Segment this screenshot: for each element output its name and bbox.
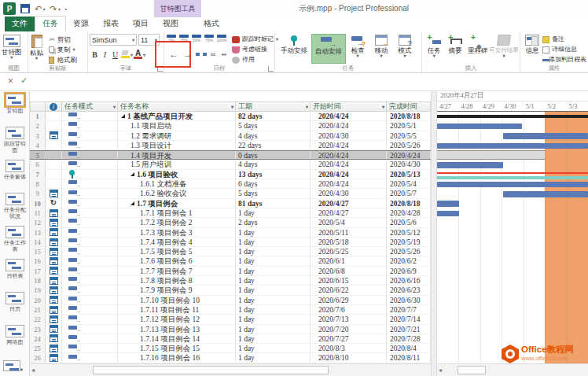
table-row[interactable]: 161.7.6 项目例会 61 day2020/6/12020/6/2: [30, 256, 431, 266]
finish-date-cell[interactable]: 2020/5/1: [387, 121, 431, 130]
start-date-cell[interactable]: 2020/4/24: [311, 170, 387, 179]
duration-cell[interactable]: 1 day: [236, 228, 311, 237]
task-name-cell[interactable]: 1.7.7 项目例会 7: [118, 267, 236, 275]
finish-date-cell[interactable]: 2020/8/4: [387, 344, 431, 352]
task-mode-cell[interactable]: [62, 334, 118, 343]
column-header-task-name[interactable]: 任务名称▾: [118, 101, 236, 112]
indicator-cell[interactable]: [46, 325, 62, 334]
cut-button[interactable]: ✂剪切: [49, 35, 77, 44]
start-date-cell[interactable]: 2020/6/29: [311, 296, 387, 304]
task-name-cell[interactable]: 1.7.15 项目例会 15: [118, 344, 236, 352]
start-date-cell[interactable]: 2020/5/25: [311, 247, 387, 256]
duration-cell[interactable]: 81 days: [236, 199, 311, 208]
start-date-cell[interactable]: 2020/4/27: [311, 199, 387, 208]
row-number[interactable]: 9: [30, 189, 46, 197]
task-name-cell[interactable]: 1.7.13 项目例会 13: [118, 325, 236, 334]
task-name-cell[interactable]: 1.1 项目启动: [118, 121, 236, 130]
cancel-entry-icon[interactable]: ×: [8, 76, 13, 87]
format-painter-button[interactable]: 格式刷: [49, 55, 77, 65]
indicator-cell[interactable]: [46, 151, 62, 159]
ribbon-tab[interactable]: 格式: [197, 17, 226, 31]
row-number[interactable]: 11: [30, 208, 46, 217]
save-icon[interactable]: [20, 4, 30, 13]
row-number[interactable]: 13: [30, 228, 46, 237]
task-name-cell[interactable]: 1.7.3 项目例会 3: [118, 228, 236, 237]
gantt-bar[interactable]: [503, 133, 588, 139]
duration-cell[interactable]: 2 days: [236, 218, 311, 227]
duration-cell[interactable]: 5 days: [236, 189, 311, 197]
font-color-button[interactable]: A: [133, 50, 143, 59]
finish-date-cell[interactable]: 2020/7/28: [387, 334, 431, 343]
row-number[interactable]: 20: [30, 296, 46, 304]
duration-cell[interactable]: 1 day: [236, 344, 311, 352]
insert-summary-button[interactable]: 摘要: [445, 34, 466, 64]
row-number[interactable]: 14: [30, 238, 46, 246]
duration-cell[interactable]: 1 day: [236, 208, 311, 217]
row-number[interactable]: 15: [30, 247, 46, 256]
view-bar-item[interactable]: 网络图: [0, 323, 30, 356]
start-date-cell[interactable]: 2020/5/18: [311, 238, 387, 246]
finish-date-cell[interactable]: 2020/6/16: [387, 276, 431, 285]
view-bar-item[interactable]: 跟踪甘特图: [0, 124, 30, 157]
gantt-bar[interactable]: [437, 182, 588, 188]
task-mode-cell[interactable]: [62, 286, 118, 294]
indicator-cell[interactable]: [46, 315, 62, 323]
indicator-cell[interactable]: [46, 112, 62, 120]
table-row[interactable]: 10↻1.7 项目例会81 days2020/4/272020/8/18: [30, 199, 431, 208]
row-number[interactable]: 7: [30, 170, 46, 179]
table-row[interactable]: 241.7.14 项目例会 141 day2020/7/272020/7/28: [30, 334, 431, 344]
indicator-cell[interactable]: [46, 179, 62, 188]
finish-date-cell[interactable]: 2020/5/5: [387, 131, 431, 140]
task-name-cell[interactable]: 1.7.9 项目例会 9: [118, 286, 236, 294]
percent-complete-button[interactable]: 50%: [191, 35, 202, 42]
duration-cell[interactable]: 1 day: [236, 267, 311, 275]
auto-schedule-button[interactable]: 自动安排: [311, 34, 346, 64]
table-row[interactable]: 71.6 项目验收13 days2020/4/242020/5/13: [30, 170, 431, 179]
start-date-cell[interactable]: 2020/4/24: [311, 112, 387, 120]
row-number[interactable]: 24: [30, 334, 46, 343]
insert-milestone-button[interactable]: 里程碑: [465, 34, 490, 64]
pane-divider[interactable]: [431, 91, 437, 376]
row-number[interactable]: 10: [30, 199, 46, 208]
start-date-cell[interactable]: 2020/7/13: [311, 315, 387, 323]
task-mode-cell[interactable]: [62, 121, 118, 130]
table-row[interactable]: 11 基线产品项目开发82 days2020/4/242020/8/18: [30, 112, 431, 121]
view-bar-item[interactable]: 甘特图: [0, 91, 30, 124]
task-name-cell[interactable]: 1.7 项目例会: [118, 199, 236, 208]
start-date-cell[interactable]: 2020/4/30: [311, 189, 387, 197]
duration-cell[interactable]: 1 day: [236, 286, 311, 294]
paste-button[interactable]: 粘贴▾: [30, 34, 43, 64]
row-number[interactable]: 8: [30, 179, 46, 188]
table-row[interactable]: 261.7.16 项目例会 161 day2020/8/102020/8/11: [30, 353, 431, 363]
row-number[interactable]: 25: [30, 344, 46, 352]
duration-cell[interactable]: 0 days: [236, 151, 311, 159]
gantt-bar[interactable]: [503, 191, 588, 197]
task-name-cell[interactable]: 1.7.4 项目例会 4: [118, 238, 236, 246]
row-number[interactable]: 6: [30, 160, 46, 168]
table-row[interactable]: 41.3 项目设计22 days2020/4/242020/5/26: [30, 141, 431, 150]
duration-cell[interactable]: 22 days: [236, 141, 311, 149]
qat-customize-icon[interactable]: ▪: [64, 6, 66, 12]
task-mode-cell[interactable]: [62, 238, 118, 246]
view-bar-item[interactable]: 任务分配状况: [0, 190, 30, 223]
percent-complete-button[interactable]: 75%: [204, 35, 215, 42]
indicator-cell[interactable]: [46, 189, 62, 197]
task-name-cell[interactable]: 1 基线产品项目开发: [118, 112, 236, 120]
column-header-info[interactable]: i: [46, 101, 62, 112]
underline-button[interactable]: U: [110, 50, 120, 59]
row-number[interactable]: 3: [30, 131, 46, 140]
schedule-dialog-launcher[interactable]: [268, 66, 274, 72]
table-row[interactable]: 251.7.15 项目例会 151 day2020/8/32020/8/4: [30, 344, 431, 353]
finish-date-cell[interactable]: 2020/4/30: [387, 160, 431, 168]
finish-date-cell[interactable]: 2020/6/23: [387, 286, 431, 294]
duration-cell[interactable]: 13 days: [236, 170, 311, 179]
task-mode-cell[interactable]: [62, 141, 118, 149]
start-date-cell[interactable]: 2020/8/3: [311, 344, 387, 352]
gantt-bar[interactable]: [437, 172, 588, 175]
table-row[interactable]: 91.6.2 验收会议5 days2020/4/302020/5/7: [30, 189, 431, 198]
table-row[interactable]: 31.2 需求调研4 days2020/4/302020/5/5: [30, 131, 431, 141]
indicator-cell[interactable]: [46, 218, 62, 227]
row-number[interactable]: 23: [30, 325, 46, 334]
task-name-cell[interactable]: 1.7.1 项目例会 1: [118, 208, 236, 217]
table-row[interactable]: 131.7.3 项目例会 31 day2020/5/112020/5/12: [30, 228, 431, 238]
